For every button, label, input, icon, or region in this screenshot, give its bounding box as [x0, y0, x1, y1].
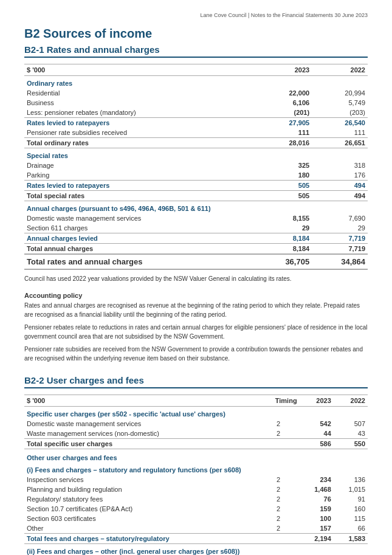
row-2022: 43 — [334, 429, 368, 439]
table-row: Regulatory/ statutory fees 2 76 91 — [24, 494, 368, 504]
table-row: Residential 22,000 20,994 — [24, 88, 368, 98]
col-label: $ '000 — [24, 395, 257, 407]
row-timing: 2 — [257, 523, 299, 534]
row-label: Business — [24, 98, 256, 108]
row-label: Pensioner rate subsidies received — [24, 128, 256, 138]
total-label: Total special rates — [24, 191, 256, 201]
special-rates-label: Special rates — [24, 148, 368, 161]
row-2023: 29 — [256, 223, 312, 233]
annual-charges-label: Annual charges (pursuant to s496, 496A, … — [24, 201, 368, 214]
subtotal-2023: 8,184 — [256, 233, 312, 244]
row-2023: 76 — [300, 494, 334, 504]
row-timing: 2 — [257, 429, 299, 439]
rates-levied-subtotal: Rates levied to ratepayers 27,905 26,540 — [24, 118, 368, 128]
row-label: Regulatory/ statutory fees — [24, 494, 257, 504]
row-2023: 157 — [300, 523, 334, 534]
table-row: Parking 180 176 — [24, 170, 368, 181]
row-timing: 2 — [257, 419, 299, 429]
section-title: B2 Sources of income — [24, 27, 368, 41]
row-label: Residential — [24, 88, 256, 98]
row-2023: 44 — [300, 429, 334, 439]
row-2022: 115 — [334, 514, 368, 523]
table-row: Pensioner rate subsidies received 111 11… — [24, 128, 368, 138]
total-timing — [257, 439, 299, 449]
total-2023: 505 — [256, 191, 312, 201]
b21-table: $ '000 2023 2022 Ordinary rates Resident… — [24, 64, 368, 270]
row-timing: 2 — [257, 484, 299, 494]
policy-title: Accounting policy — [24, 292, 368, 299]
subtotal-2022: 494 — [312, 181, 368, 191]
total-2023: 2,194 — [300, 534, 334, 544]
table-row: Drainage 325 318 — [24, 160, 368, 170]
row-2022: 20,994 — [312, 88, 368, 98]
subtotal-label: Rates levied to ratepayers — [24, 181, 256, 191]
table-row: Section 603 certificates 2 100 115 — [24, 514, 368, 523]
subfee-label: (i) Fees and charges – statutory and reg… — [24, 463, 368, 475]
col-2022: 2022 — [312, 64, 368, 76]
total-specific-user-charges: Total specific user charges 586 550 — [24, 439, 368, 449]
next-section-label: (ii) Fees and charges – other (incl. gen… — [24, 544, 368, 556]
total-2022: 26,651 — [312, 138, 368, 148]
subtotal-2022: 7,719 — [312, 233, 368, 244]
total-special-rates: Total special rates 505 494 — [24, 191, 368, 201]
accounting-policy: Accounting policy Rates and annual charg… — [24, 292, 368, 363]
row-2023: 22,000 — [256, 88, 312, 98]
b22-title: B2-2 User charges and fees — [24, 375, 368, 388]
col-label: $ '000 — [24, 64, 256, 76]
row-2023: 6,106 — [256, 98, 312, 108]
policy-para-1: Rates and annual charges are recognised … — [24, 301, 368, 319]
table-row: Business 6,106 5,749 — [24, 98, 368, 108]
total-2022: 494 — [312, 191, 368, 201]
row-2023: 111 — [256, 128, 312, 138]
row-timing: 2 — [257, 514, 299, 523]
total-annual-charges: Total annual charges 8,184 7,719 — [24, 244, 368, 255]
ordinary-rates-label: Ordinary rates — [24, 76, 368, 89]
table-row: Domestic waste management services 8,155… — [24, 213, 368, 223]
row-label: Less: pensioner rebates (mandatory) — [24, 108, 256, 118]
grand-total-2023: 36,705 — [256, 254, 312, 269]
row-2023: 234 — [300, 475, 334, 484]
row-2023: 100 — [300, 514, 334, 523]
row-2022: 1,015 — [334, 484, 368, 494]
row-2022: (203) — [312, 108, 368, 118]
total-2023: 586 — [300, 439, 334, 449]
subtotal-label: Annual charges levied — [24, 233, 256, 244]
row-2022: 507 — [334, 419, 368, 429]
specific-user-charges-label: Specific user charges (per s502 - specif… — [24, 407, 368, 419]
table-row: Domestic waste management services 2 542… — [24, 419, 368, 429]
row-2023: 159 — [300, 504, 334, 514]
row-2023: 8,155 — [256, 213, 312, 223]
row-2023: 180 — [256, 170, 312, 181]
row-label: Inspection services — [24, 475, 257, 484]
row-2023: 325 — [256, 160, 312, 170]
col-timing: Timing — [257, 395, 299, 407]
row-label: Parking — [24, 170, 256, 181]
subtotal-label: Rates levied to ratepayers — [24, 118, 256, 128]
header-text: Lane Cove Council | Notes to the Financi… — [200, 12, 368, 18]
table-row: (ii) Fees and charges – other (incl. gen… — [24, 544, 368, 556]
valuation-note: Council has used 2022 year valuations pr… — [24, 275, 368, 283]
grand-total-label: Total rates and annual charges — [24, 254, 256, 269]
col-2023: 2023 — [300, 395, 334, 407]
total-statutory-fees: Total fees and charges – statutory/regul… — [24, 534, 368, 544]
col-2022: 2022 — [334, 395, 368, 407]
other-user-charges-label: Other user charges and fees — [24, 449, 368, 463]
row-2022: 136 — [334, 475, 368, 484]
row-timing: 2 — [257, 504, 299, 514]
row-label: Section 10.7 certificates (EP&A Act) — [24, 504, 257, 514]
total-label: Total specific user charges — [24, 439, 257, 449]
row-label: Planning and building regulation — [24, 484, 257, 494]
row-2023: 1,468 — [300, 484, 334, 494]
table-row: Section 10.7 certificates (EP&A Act) 2 1… — [24, 504, 368, 514]
total-2023: 8,184 — [256, 244, 312, 255]
total-2022: 550 — [334, 439, 368, 449]
total-2023: 28,016 — [256, 138, 312, 148]
row-2023: (201) — [256, 108, 312, 118]
special-rates-levied: Rates levied to ratepayers 505 494 — [24, 181, 368, 191]
subtotal-2022: 26,540 — [312, 118, 368, 128]
table-row: Less: pensioner rebates (mandatory) (201… — [24, 108, 368, 118]
table-row: Inspection services 2 234 136 — [24, 475, 368, 484]
table-row: Planning and building regulation 2 1,468… — [24, 484, 368, 494]
b22-table: $ '000 Timing 2023 2022 Specific user ch… — [24, 395, 368, 555]
row-label: Domestic waste management services — [24, 213, 256, 223]
